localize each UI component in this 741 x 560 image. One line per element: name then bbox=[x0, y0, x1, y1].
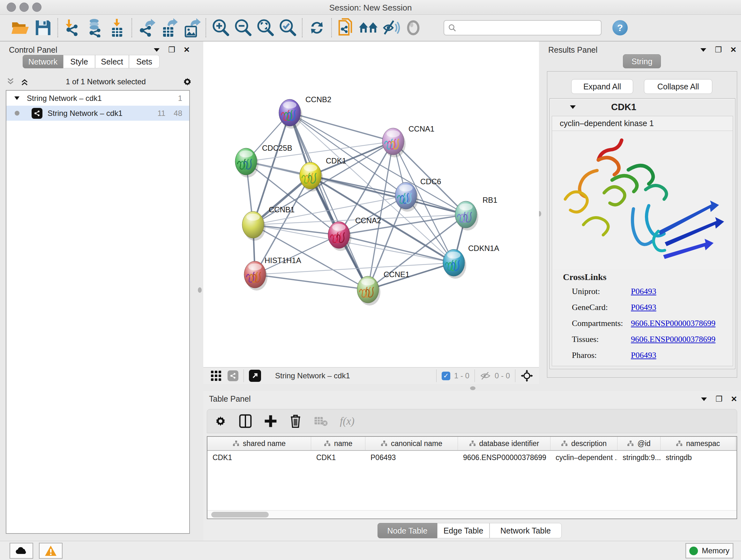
crosslink-link[interactable]: P06493 bbox=[631, 303, 656, 312]
column-header[interactable]: namespac bbox=[661, 437, 736, 450]
zoom-selected-button[interactable] bbox=[276, 17, 299, 38]
tab-edge-table[interactable]: Edge Table bbox=[437, 523, 489, 538]
tab-network[interactable]: Network bbox=[23, 55, 63, 68]
crosslink-link[interactable]: P06493 bbox=[631, 287, 656, 296]
panel-close-icon[interactable]: ✕ bbox=[184, 45, 190, 54]
save-session-button[interactable] bbox=[32, 17, 54, 38]
node-label: RB1 bbox=[482, 196, 497, 204]
network-node[interactable]: CCNE1 bbox=[357, 270, 409, 306]
network-options-gear-icon[interactable] bbox=[182, 77, 192, 87]
bottom-splitter-grip[interactable] bbox=[470, 386, 475, 390]
refresh-button[interactable] bbox=[306, 17, 328, 38]
expand-all-button[interactable]: Expand All bbox=[571, 79, 633, 94]
crosslink-link[interactable]: P06493 bbox=[631, 351, 656, 360]
collection-row[interactable]: String Network – cdk1 1 bbox=[6, 91, 189, 106]
results-panel: Results Panel ❐ ✕ String Expand All Coll… bbox=[542, 42, 741, 391]
column-header[interactable]: description bbox=[550, 437, 617, 450]
open-session-button[interactable] bbox=[10, 17, 32, 38]
show-hide-results-button[interactable] bbox=[380, 17, 402, 38]
network-icon bbox=[31, 108, 43, 119]
toolbar-separator bbox=[131, 18, 132, 37]
zoom-in-button[interactable] bbox=[209, 17, 232, 38]
column-header[interactable]: @id bbox=[617, 437, 661, 450]
gray-eye-icon bbox=[404, 19, 422, 37]
collapse-all-button[interactable]: Collapse All bbox=[644, 79, 712, 94]
import-network-button[interactable] bbox=[61, 17, 84, 38]
memory-button[interactable]: Memory bbox=[685, 543, 733, 558]
node-label: CCNB1 bbox=[269, 205, 294, 214]
table-settings-gear-icon[interactable] bbox=[214, 415, 227, 428]
export-table-button[interactable] bbox=[158, 17, 180, 38]
table-cell: stringdb bbox=[661, 451, 736, 464]
network-node[interactable]: CDKN1A bbox=[443, 244, 499, 279]
zoom-out-button[interactable] bbox=[232, 17, 254, 38]
network-node[interactable]: RB1 bbox=[455, 196, 497, 231]
network-row-selected[interactable]: String Network – cdk1 11 48 bbox=[6, 106, 189, 121]
crosslink-link[interactable]: 9606.ENSP00000378699 bbox=[631, 319, 716, 328]
node-label: CDK1 bbox=[326, 157, 346, 165]
toolbar-separator bbox=[302, 18, 302, 37]
cloud-status-button[interactable] bbox=[10, 543, 33, 559]
title-bar: Session: New Session bbox=[0, 0, 741, 15]
selected-checkbox-icon[interactable]: ✓ bbox=[442, 372, 450, 380]
node-table[interactable]: shared namenamecanonical namedatabase id… bbox=[207, 436, 737, 519]
panel-float-icon[interactable]: ❐ bbox=[715, 45, 722, 54]
collection-expander-icon[interactable] bbox=[14, 96, 20, 100]
left-splitter-grip[interactable] bbox=[198, 287, 202, 293]
network-node[interactable]: CCNA1 bbox=[382, 125, 434, 158]
network-node[interactable]: CDC25B bbox=[235, 144, 292, 178]
panel-close-icon[interactable]: ✕ bbox=[730, 45, 737, 54]
help-button[interactable]: ? bbox=[612, 20, 628, 36]
zoom-fit-button[interactable] bbox=[254, 17, 276, 38]
search-field[interactable] bbox=[444, 20, 602, 36]
network-node[interactable]: CCNA2 bbox=[328, 216, 381, 251]
import-table-button[interactable] bbox=[106, 17, 128, 38]
table-horizontal-scrollbar[interactable] bbox=[207, 510, 737, 518]
network-view-canvas[interactable]: CCNB2CCNA1CDC25BCDK1CDC6RB1CCNB1CCNA2CDK… bbox=[203, 42, 539, 367]
detach-view-icon[interactable] bbox=[249, 370, 261, 382]
export-network-button[interactable] bbox=[135, 17, 158, 38]
column-header[interactable]: database identifier bbox=[458, 437, 550, 450]
memory-label: Memory bbox=[702, 546, 730, 555]
show-columns-icon[interactable] bbox=[239, 414, 252, 428]
column-header[interactable]: canonical name bbox=[365, 437, 458, 450]
panel-menu-icon[interactable] bbox=[700, 48, 706, 52]
tab-string[interactable]: String bbox=[623, 54, 661, 68]
import-network-from-database-button[interactable] bbox=[84, 17, 106, 38]
network-selection-bar: 1 of 1 Network selected bbox=[6, 74, 192, 89]
panel-menu-icon[interactable] bbox=[701, 397, 707, 401]
tab-network-table[interactable]: Network Table bbox=[489, 523, 562, 538]
panel-float-icon[interactable]: ❐ bbox=[716, 395, 723, 403]
column-grip-icon bbox=[381, 440, 388, 447]
panel-close-icon[interactable]: ✕ bbox=[731, 395, 737, 403]
panel-menu-icon[interactable] bbox=[153, 48, 160, 52]
scrollbar-thumb[interactable] bbox=[211, 512, 269, 517]
column-header[interactable]: shared name bbox=[207, 437, 311, 450]
search-input[interactable] bbox=[460, 23, 597, 32]
panel-float-icon[interactable]: ❐ bbox=[168, 45, 175, 54]
tab-sets[interactable]: Sets bbox=[129, 55, 159, 68]
tab-select[interactable]: Select bbox=[95, 55, 129, 68]
export-image-button[interactable] bbox=[180, 17, 202, 38]
string-home-button[interactable] bbox=[357, 17, 380, 38]
protein-expander-icon[interactable] bbox=[569, 105, 576, 109]
tab-node-table[interactable]: Node Table bbox=[378, 523, 437, 538]
warnings-button[interactable] bbox=[39, 543, 63, 559]
toolbar-separator bbox=[331, 18, 332, 37]
add-column-icon[interactable] bbox=[264, 415, 277, 428]
column-header[interactable]: name bbox=[311, 437, 365, 450]
network-view-share-icon[interactable] bbox=[227, 370, 239, 381]
collapse-all-icon[interactable] bbox=[6, 77, 15, 86]
grid-view-icon[interactable] bbox=[210, 370, 222, 381]
tab-style[interactable]: Style bbox=[63, 55, 95, 68]
table-row[interactable]: CDK1CDK1P064939606.ENSP00000378699cyclin… bbox=[207, 451, 737, 464]
crosslink-row: Pharos:P06493 bbox=[572, 351, 733, 360]
string-import-button[interactable] bbox=[335, 17, 357, 38]
crosslink-link[interactable]: 9606.ENSP00000378699 bbox=[631, 334, 716, 344]
string-network-graph[interactable]: CCNB2CCNA1CDC25BCDK1CDC6RB1CCNB1CCNA2CDK… bbox=[203, 42, 539, 367]
expand-all-icon[interactable] bbox=[20, 77, 29, 86]
inactive-eye-button[interactable] bbox=[402, 17, 424, 38]
protein-header-row[interactable]: CDK1 bbox=[550, 99, 735, 115]
delete-column-trash-icon[interactable] bbox=[289, 414, 301, 428]
center-view-crosshair-icon[interactable] bbox=[521, 369, 533, 382]
